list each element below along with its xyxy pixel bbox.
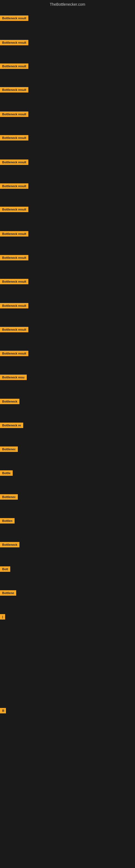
- bottleneck-badge-16: Bottleneck resu: [0, 375, 27, 380]
- bottleneck-item-7: Bottleneck result: [0, 159, 28, 166]
- bottleneck-badge-18: Bottleneck re: [0, 423, 23, 428]
- bottleneck-badge-19: Bottlenec: [0, 446, 18, 452]
- bottleneck-badge-3: Bottleneck result: [0, 63, 28, 69]
- bottleneck-badge-14: Bottleneck result: [0, 327, 28, 332]
- bottleneck-item-10: Bottleneck result: [0, 231, 28, 238]
- bottleneck-badge-26: |: [0, 614, 5, 620]
- bottleneck-item-25: Bottlene: [0, 590, 16, 597]
- bottleneck-item-21: Bottlenec: [0, 494, 18, 501]
- bottleneck-item-27: B: [0, 708, 6, 714]
- bottleneck-item-3: Bottleneck result: [0, 63, 28, 70]
- bottleneck-item-16: Bottleneck resu: [0, 375, 27, 381]
- bottleneck-badge-17: Bottleneck: [0, 399, 19, 404]
- bottleneck-item-20: Bottle: [0, 470, 13, 477]
- bottleneck-badge-20: Bottle: [0, 470, 13, 476]
- bottleneck-item-13: Bottleneck result: [0, 303, 28, 310]
- bottleneck-badge-12: Bottleneck result: [0, 279, 28, 284]
- bottleneck-item-19: Bottlenec: [0, 446, 18, 453]
- bottleneck-badge-7: Bottleneck result: [0, 159, 28, 165]
- bottleneck-item-15: Bottleneck result: [0, 351, 28, 357]
- bottleneck-badge-1: Bottleneck result: [0, 16, 28, 21]
- bottleneck-badge-4: Bottleneck result: [0, 87, 28, 93]
- bottleneck-badge-15: Bottleneck result: [0, 351, 28, 356]
- bottleneck-item-18: Bottleneck re: [0, 423, 23, 429]
- bottleneck-item-22: Bottlen: [0, 518, 14, 525]
- bottleneck-badge-24: Bott: [0, 566, 10, 572]
- bottleneck-item-8: Bottleneck result: [0, 183, 28, 190]
- bottleneck-item-24: Bott: [0, 566, 10, 573]
- bottleneck-badge-25: Bottlene: [0, 590, 16, 596]
- bottleneck-badge-10: Bottleneck result: [0, 231, 28, 237]
- bottleneck-item-4: Bottleneck result: [0, 87, 28, 94]
- bottleneck-badge-8: Bottleneck result: [0, 183, 28, 189]
- bottleneck-item-26: |: [0, 614, 5, 621]
- bottleneck-badge-2: Bottleneck result: [0, 40, 28, 45]
- bottleneck-item-17: Bottleneck: [0, 399, 19, 405]
- bottleneck-item-9: Bottleneck result: [0, 207, 28, 213]
- bottleneck-badge-23: Bottleneck: [0, 542, 19, 547]
- site-title: TheBottlenecker.com: [0, 0, 135, 9]
- bottleneck-item-5: Bottleneck result: [0, 112, 28, 118]
- bottleneck-item-23: Bottleneck: [0, 542, 19, 549]
- bottleneck-badge-22: Bottlen: [0, 518, 14, 524]
- bottleneck-item-1: Bottleneck result: [0, 16, 28, 22]
- bottleneck-badge-9: Bottleneck result: [0, 207, 28, 212]
- bottleneck-item-2: Bottleneck result: [0, 40, 28, 46]
- bottleneck-badge-13: Bottleneck result: [0, 303, 28, 308]
- bottleneck-badge-11: Bottleneck result: [0, 255, 28, 260]
- bottleneck-badge-21: Bottlenec: [0, 494, 18, 500]
- bottleneck-badge-6: Bottleneck result: [0, 135, 28, 141]
- bottleneck-item-6: Bottleneck result: [0, 135, 28, 142]
- bottleneck-badge-5: Bottleneck result: [0, 112, 28, 117]
- bottleneck-item-11: Bottleneck result: [0, 255, 28, 261]
- bottleneck-item-12: Bottleneck result: [0, 279, 28, 285]
- bottleneck-badge-27: B: [0, 708, 6, 713]
- bottleneck-item-14: Bottleneck result: [0, 327, 28, 333]
